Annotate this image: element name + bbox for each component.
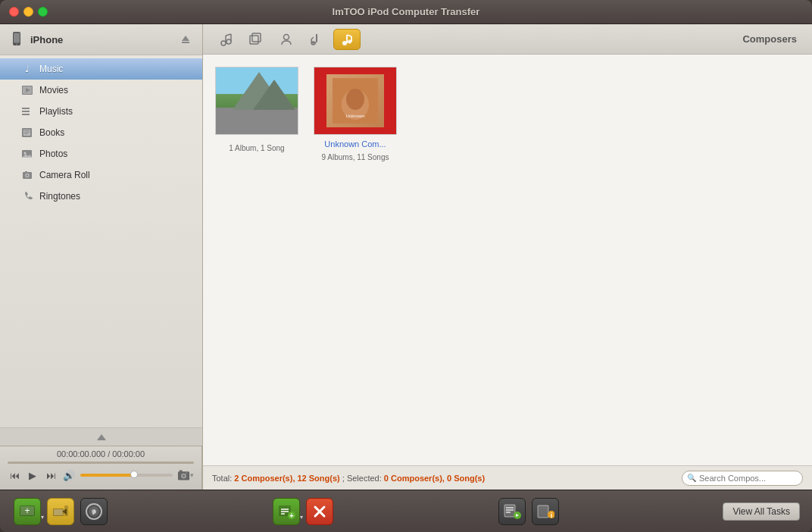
toolbar: Composers [203,24,812,55]
sidebar-item-books-label: Books [39,127,64,138]
info-button[interactable]: i [530,496,561,527]
playlist-manager-button[interactable] [497,496,527,527]
svg-rect-51 [54,509,63,515]
device-header: iPhone [0,24,202,55]
composer-item-1[interactable]: 1 Album, 1 Song [215,67,298,161]
movies-icon [21,84,33,96]
app-window: ImTOO iPod Computer Transfer iPhone [0,0,812,532]
playlists-icon [21,105,33,117]
view-all-tasks-label[interactable]: View All Tasks [723,502,800,521]
composer-name-2: Unknown Com... [324,139,386,149]
player-bar: 00:00:00.000 / 00:00:00 ⏮ ▶ ⏭ 🔊 [0,446,202,490]
sidebar-nav: ♩ Music Movies Playlists [0,55,202,427]
mountain-shape-2 [253,80,295,110]
play-button[interactable]: ▶ [26,468,39,482]
svg-rect-66 [504,505,515,517]
sidebar-item-movies[interactable]: Movies [0,80,202,101]
camera-roll-icon [21,169,33,181]
add-to-device-icon: + [14,498,41,525]
info-icon: i [532,498,559,525]
svg-rect-9 [22,111,30,112]
composer-info-2: 9 Albums, 11 Songs [322,153,389,161]
status-total: 2 Composer(s), 12 Song(s) [234,474,339,483]
tab-genres[interactable] [303,29,330,50]
right-panel: Composers 1 Album, 1 Song [203,24,812,490]
view-all-tasks-button[interactable]: View All Tasks [723,502,800,521]
sync-button[interactable]: ♪ [79,496,109,527]
close-button[interactable] [9,7,19,17]
svg-point-2 [16,44,17,45]
sidebar-item-playlists-label: Playlists [39,106,73,117]
status-selected: 0 Composer(s), 0 Song(s) [384,474,485,483]
rewind-button[interactable]: ⏮ [8,468,21,482]
delete-icon [306,498,333,525]
composer-info-1: 1 Album, 1 Song [229,144,284,152]
forward-button[interactable]: ⏭ [44,468,58,482]
sidebar-item-camera-roll[interactable]: Camera Roll [0,164,202,186]
sidebar-item-camera-roll-label: Camera Roll [39,170,90,180]
svg-point-45 [346,89,364,110]
svg-text:Unknown: Unknown [345,114,364,118]
titlebar: ImTOO iPod Computer Transfer [0,0,812,24]
sidebar-item-ringtones-label: Ringtones [39,191,80,202]
screenshot-button[interactable]: ▾ [177,467,194,483]
delete-button[interactable] [304,496,335,527]
volume-slider[interactable] [80,474,173,477]
add-device-dropdown-arrow: ▾ [41,514,44,521]
svg-point-42 [348,39,351,43]
composer-item-2[interactable]: Unknown Unknown Com... 9 Albums, 11 Song… [314,67,397,161]
photos-icon [21,148,33,160]
album-inner-image: Unknown [326,74,384,127]
add-to-device-button[interactable]: + ▾ [12,496,42,527]
sidebar-item-movies-label: Movies [39,85,68,95]
add-playlist-dropdown-arrow: ▾ [300,514,303,521]
svg-point-28 [186,472,187,474]
tab-songs[interactable] [212,29,239,50]
right-tools-group: i [497,496,561,527]
eject-icon[interactable] [178,32,193,47]
sidebar-item-books[interactable]: Books [0,122,202,143]
add-playlist-button[interactable]: + ▾ [271,496,301,527]
maximize-button[interactable] [38,7,48,17]
svg-rect-35 [252,33,261,42]
svg-rect-1 [14,33,20,43]
tab-artists[interactable] [273,29,300,50]
sidebar-item-playlists[interactable]: Playlists [0,101,202,122]
sidebar-item-photos-label: Photos [39,149,67,159]
sidebar-item-ringtones[interactable]: Ringtones [0,186,202,207]
composer-thumb-2: Unknown [314,67,397,135]
svg-rect-25 [180,470,183,471]
sidebar: iPhone ♩ Music Movies [0,24,203,490]
svg-rect-4 [182,42,189,43]
svg-line-33 [226,34,231,36]
svg-rect-10 [22,114,30,115]
tab-albums[interactable] [242,29,270,50]
search-input[interactable] [699,474,796,483]
svg-rect-14 [24,132,30,133]
search-box[interactable]: 🔍 [682,471,803,486]
tab-composers[interactable] [333,29,361,50]
transfer-icon [47,498,74,525]
search-icon: 🔍 [687,474,696,482]
svg-rect-15 [24,133,28,134]
player-progress-bar[interactable] [8,462,194,464]
svg-rect-8 [22,108,30,109]
sidebar-item-music[interactable]: ♩ Music [0,58,202,80]
sync-icon: ♪ [80,498,108,525]
svg-rect-22 [25,171,27,173]
sidebar-item-photos[interactable]: Photos [0,143,202,164]
playlist-manager-icon [498,498,526,525]
status-selected-prefix: ; Selected: [342,474,384,483]
svg-rect-71 [538,505,548,518]
svg-marker-23 [97,434,106,440]
ringtones-icon [21,190,33,202]
main-content: iPhone ♩ Music Movies [0,24,812,490]
transfer-button[interactable] [45,496,76,527]
svg-point-29 [221,41,226,45]
minimize-button[interactable] [23,7,33,17]
svg-rect-13 [24,130,30,131]
content-area: 1 Album, 1 Song Unknown [203,55,812,465]
player-time: 00:00:00.000 / 00:00:00 [8,449,194,458]
svg-rect-34 [250,36,258,44]
sidebar-collapse-arrow[interactable] [0,427,202,446]
